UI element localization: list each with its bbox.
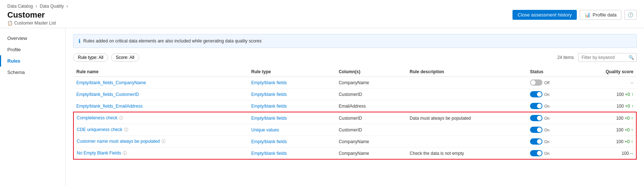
rule-name-link[interactable]: Customer name must always be populated	[77, 139, 160, 144]
table-row: CDE uniqueness checkⓘUnique valuesCustom…	[73, 124, 636, 136]
header-actions: Close assessment history 📊 Profile data …	[512, 10, 637, 20]
status-label: On	[544, 151, 550, 156]
status-toggle[interactable]	[530, 79, 542, 86]
status-toggle[interactable]	[530, 115, 542, 121]
search-input[interactable]	[578, 53, 637, 62]
quality-delta: +0 ↑	[625, 116, 633, 121]
rule-name-link[interactable]: Empty/blank_fields_CustomerID	[76, 92, 139, 97]
rule-name-link[interactable]: No Empty Blank Fields	[77, 150, 121, 156]
columns-value: CustomerID	[336, 112, 407, 124]
rule-type-value: Empty/blank fields	[251, 92, 287, 97]
rule-desc-value	[407, 124, 527, 136]
columns-value: CompanyName	[336, 148, 407, 160]
table-row: Completeness checkⓘEmpty/blank fieldsCus…	[73, 112, 636, 124]
status-label: On	[544, 92, 550, 97]
table-row: No Empty Blank FieldsⓘEmpty/blank fields…	[73, 148, 636, 160]
rule-type-filter[interactable]: Rule type: All	[73, 53, 108, 62]
quality-score-cell: --	[582, 77, 636, 89]
toggle-container: On	[530, 127, 579, 133]
breadcrumb-dataquality[interactable]: Data Quality	[40, 4, 64, 9]
quality-delta: +0 ↑	[625, 127, 633, 133]
toggle-container: On	[530, 138, 579, 145]
toggle-container: On	[530, 115, 579, 121]
rule-desc-value	[407, 100, 527, 112]
quality-dash: --	[630, 80, 633, 85]
sidebar-item-rules[interactable]: Rules	[0, 55, 65, 67]
rule-desc-value: Check the data is not empty	[407, 148, 527, 160]
close-assessment-button[interactable]: Close assessment history	[512, 10, 577, 20]
columns-value: CustomerID	[336, 89, 407, 100]
rules-table: Rule name Rule type Column(s) Rule descr…	[73, 67, 637, 160]
status-label: Off	[544, 81, 549, 85]
filters-right: 24 items 🔍	[557, 53, 637, 62]
quality-score-value: 100	[616, 127, 625, 133]
status-label: On	[544, 128, 550, 132]
rule-type-value: Unique values	[251, 127, 279, 133]
content-area: ℹ Rules added on critical data elements …	[66, 28, 644, 185]
items-count: 24 items	[557, 55, 574, 60]
score-filter[interactable]: Score: All	[111, 53, 139, 62]
status-toggle[interactable]	[530, 103, 542, 109]
rule-type-value: Empty/blank fields	[251, 151, 287, 156]
status-toggle[interactable]	[530, 138, 542, 145]
rule-name-link[interactable]: Empty/blank_fields_EmailAddress	[76, 104, 142, 109]
sidebar-rules-label: Rules	[7, 58, 20, 64]
breadcrumb-datacatalog[interactable]: Data Catalog	[7, 4, 33, 9]
history-icon-button[interactable]: 🕐	[624, 10, 637, 20]
info-circle-icon: ⓘ	[161, 139, 165, 144]
sidebar-item-schema[interactable]: Schema	[0, 67, 65, 78]
status-label: On	[544, 104, 550, 108]
quality-delta: +0 ↑	[625, 139, 633, 144]
toggle-container: On	[530, 103, 579, 109]
header-left: Data Catalog › Data Quality › Customer 📋…	[7, 4, 69, 26]
info-circle-icon: ⓘ	[123, 151, 127, 155]
columns-value: CompanyName	[336, 77, 407, 89]
sidebar-item-profile[interactable]: Profile	[0, 44, 65, 55]
page-title: Customer	[7, 10, 69, 20]
rule-name-link[interactable]: Empty/blank_fields_CompanyName	[76, 80, 146, 85]
table-row: Customer name must always be populatedⓘE…	[73, 136, 636, 148]
columns-value: CompanyName	[336, 136, 407, 148]
rule-name-link[interactable]: CDE uniqueness check	[77, 127, 122, 132]
profile-data-button[interactable]: 📊 Profile data	[580, 10, 621, 20]
main-layout: Overview Profile Rules Schema ℹ Rules ad…	[0, 28, 644, 185]
rule-type-value: Empty/blank fields	[251, 116, 287, 121]
columns-value: EmailAddress	[336, 100, 407, 112]
status-toggle[interactable]	[530, 127, 542, 133]
table-row: Empty/blank_fields_CompanyNameEmpty/blan…	[73, 77, 636, 89]
search-wrapper: 🔍	[578, 53, 637, 62]
rule-name-link[interactable]: Completeness check	[77, 115, 117, 120]
filter-chips: Rule type: All Score: All	[73, 53, 139, 62]
sidebar-item-overview[interactable]: Overview	[0, 33, 65, 44]
columns-value: CustomerID	[336, 124, 407, 136]
quality-delta: --	[630, 151, 633, 156]
rule-type-value: Empty/blank fields	[251, 80, 287, 85]
clock-icon: 🕐	[628, 12, 633, 18]
breadcrumb: Data Catalog › Data Quality ›	[7, 4, 69, 9]
col-header-status: Status	[527, 67, 582, 77]
sidebar: Overview Profile Rules Schema	[0, 28, 66, 185]
quality-score-cell: 100 --	[582, 148, 636, 160]
quality-score-value: 100	[616, 116, 625, 121]
col-header-columns: Column(s)	[336, 67, 407, 77]
filters-row: Rule type: All Score: All 24 items 🔍	[73, 53, 637, 62]
status-toggle[interactable]	[530, 91, 542, 97]
toggle-container: On	[530, 150, 579, 156]
col-header-rule-name: Rule name	[73, 67, 248, 77]
info-banner-text: Rules added on critical data elements ar…	[83, 38, 262, 44]
toggle-container: Off	[530, 79, 579, 86]
toggle-container: On	[530, 91, 579, 97]
quality-score-cell: 100 +0 ↑	[582, 124, 636, 136]
col-header-rule-desc: Rule description	[407, 67, 527, 77]
quality-score-value: 100	[616, 139, 625, 144]
rule-type-value: Empty/blank fields	[251, 104, 287, 109]
page-subtitle: 📋 Customer Master List	[7, 21, 69, 26]
table-header-row: Rule name Rule type Column(s) Rule descr…	[73, 67, 636, 77]
rule-desc-value: Data must always be populated	[407, 112, 527, 124]
col-header-quality: Quality score	[582, 67, 636, 77]
sidebar-profile-label: Profile	[7, 47, 21, 52]
col-header-rule-type: Rule type	[248, 67, 336, 77]
status-toggle[interactable]	[530, 150, 542, 156]
quality-delta: +0 ↑	[625, 104, 633, 109]
info-icon: ℹ	[79, 38, 80, 44]
